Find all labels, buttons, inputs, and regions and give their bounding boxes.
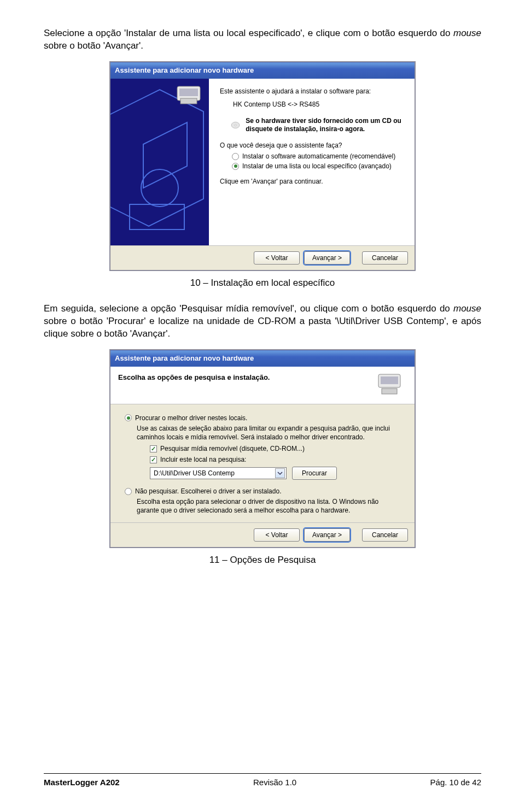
radio-list[interactable]: Instalar de uma lista ou local específic… xyxy=(232,162,404,170)
wizard-right-pane: Este assistente o ajudará a instalar o s… xyxy=(209,79,415,245)
checkbox-checked-icon xyxy=(150,456,157,463)
click-next-hint: Clique em 'Avançar' para continuar. xyxy=(220,178,404,185)
next-button[interactable]: Avançar > xyxy=(304,528,350,542)
figure-10-caption: 10 – Instalação em local específico xyxy=(44,278,481,289)
titlebar-text: Assistente para adicionar novo hardware xyxy=(115,66,254,74)
cd-icon xyxy=(231,117,240,133)
titlebar-2-text: Assistente para adicionar novo hardware xyxy=(115,354,254,362)
footer-separator xyxy=(44,773,481,774)
button-strip-1: < Voltar Avançar > Cancelar xyxy=(110,245,415,270)
wizard-subheader: Escolha as opções de pesquisa e instalaç… xyxy=(110,367,415,404)
titlebar: Assistente para adicionar novo hardware xyxy=(110,62,415,79)
path-row: D:\Util\Driver USB Contemp Procurar xyxy=(150,467,402,480)
svg-rect-9 xyxy=(381,376,398,384)
button-strip-2: < Voltar Avançar > Cancelar xyxy=(110,522,415,547)
intro-paragraph-1: Selecione a opção 'Instalar de uma lista… xyxy=(44,27,481,52)
hardware-wizard-dialog-2: Assistente para adicionar novo hardware … xyxy=(109,349,416,549)
radio-list-label: Instalar de uma lista ou local específic… xyxy=(242,162,392,170)
footer-left: MasterLogger A202 xyxy=(44,778,120,787)
check-include-label: Incluir este local na pesquisa: xyxy=(160,456,246,463)
hardware-wizard-dialog-1: Assistente para adicionar novo hardware xyxy=(109,61,416,271)
intro1-mouse: mouse xyxy=(453,28,481,38)
no-search-desc: Escolha esta opção para selecionar o dri… xyxy=(137,497,402,515)
cd-note-text: Se o hardware tiver sido fornecido com u… xyxy=(246,117,404,134)
svg-rect-5 xyxy=(180,98,197,104)
intro-paragraph-2: Em seguida, selecione a opção 'Pesquisar… xyxy=(44,303,481,340)
radio-no-search[interactable]: Não pesquisar. Escolherei o driver a ser… xyxy=(125,487,402,495)
path-combobox[interactable]: D:\Util\Driver USB Contemp xyxy=(150,467,287,479)
device-icon xyxy=(376,373,407,397)
device-name: HK Contemp USB <-> RS485 xyxy=(233,101,404,108)
radio-best-driver[interactable]: Procurar o melhor driver nestes locais. xyxy=(125,414,402,422)
footer-right: Pág. 10 de 42 xyxy=(430,778,481,787)
wizard-artwork xyxy=(110,79,209,245)
figure-11-caption: 11 – Opções de Pesquisa xyxy=(44,555,481,566)
titlebar-2: Assistente para adicionar novo hardware xyxy=(110,350,415,367)
radio-on-icon xyxy=(125,414,132,421)
footer-mid: Revisão 1.0 xyxy=(253,778,296,787)
radio-off-icon xyxy=(232,153,239,160)
back-button[interactable]: < Voltar xyxy=(254,528,300,542)
browse-button[interactable]: Procurar xyxy=(292,467,337,480)
svg-rect-4 xyxy=(179,89,198,96)
cd-note-block: Se o hardware tiver sido fornecido com u… xyxy=(231,117,404,134)
intro2-part-a: Em seguida, selecione a opção 'Pesquisar… xyxy=(44,303,453,314)
checkbox-checked-icon xyxy=(150,445,157,452)
svg-rect-10 xyxy=(382,389,397,394)
intro1-part-a: Selecione a opção 'Instalar de uma lista… xyxy=(44,28,453,38)
next-button[interactable]: Avançar > xyxy=(304,251,350,264)
wizard-prompt: O que você deseja que o assistente faça? xyxy=(220,142,404,149)
path-value: D:\Util\Driver USB Contemp xyxy=(154,469,235,477)
search-options-body: Procurar o melhor driver nestes locais. … xyxy=(110,404,415,523)
check-removable[interactable]: Pesquisar mídia removível (disquete, CD-… xyxy=(150,445,402,452)
radio-on-icon xyxy=(232,163,239,170)
check-include-location[interactable]: Incluir este local na pesquisa: xyxy=(150,456,402,463)
radio-off-icon xyxy=(125,488,132,495)
radio-auto-label: Instalar o software automaticamente (rec… xyxy=(242,152,395,160)
chevron-down-icon[interactable] xyxy=(275,468,285,478)
wizard-subheader-title: Escolha as opções de pesquisa e instalaç… xyxy=(118,373,270,381)
intro2-mouse: mouse xyxy=(453,303,481,314)
check-removable-label: Pesquisar mídia removível (disquete, CD-… xyxy=(160,445,305,452)
intro1-part-c: sobre o botão 'Avançar'. xyxy=(44,40,143,51)
back-button[interactable]: < Voltar xyxy=(254,251,300,264)
cancel-button[interactable]: Cancelar xyxy=(362,528,408,542)
radio-auto[interactable]: Instalar o software automaticamente (rec… xyxy=(232,152,404,160)
intro2-part-c: sobre o botão 'Procurar' e localize na u… xyxy=(44,316,481,339)
cancel-button[interactable]: Cancelar xyxy=(362,251,408,264)
wizard-intro: Este assistente o ajudará a instalar o s… xyxy=(220,87,404,95)
footer: MasterLogger A202 Revisão 1.0 Pág. 10 de… xyxy=(44,778,481,787)
radio-best-label: Procurar o melhor driver nestes locais. xyxy=(135,414,247,422)
best-driver-desc: Use as caixas de seleção abaixo para lim… xyxy=(137,424,402,442)
svg-point-7 xyxy=(235,125,236,126)
radio-no-search-label: Não pesquisar. Escolherei o driver a ser… xyxy=(135,487,281,495)
